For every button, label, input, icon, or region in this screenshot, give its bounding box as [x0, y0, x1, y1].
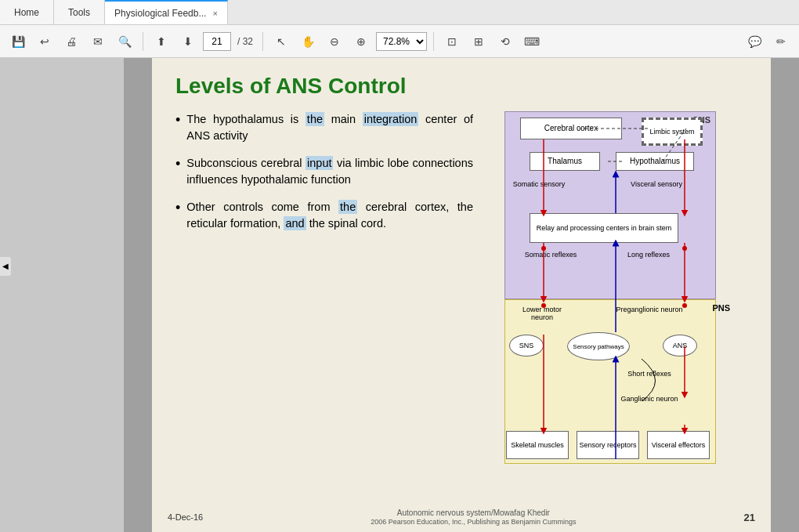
content-area: • The hypothalamus is the main integrati… [175, 111, 747, 464]
tab-active-label: Physiological Feedb... [114, 8, 206, 19]
bullet-item-1: • The hypothalamus is the main integrati… [175, 111, 473, 144]
bullet-section: • The hypothalamus is the main integrati… [175, 111, 473, 464]
hypothalamus-label: Hypothalamus [630, 157, 680, 166]
relay-centers-label: Relay and processing centers in brain st… [537, 224, 672, 233]
ganglionic-label: Ganglionic neuron [614, 395, 685, 423]
somatic-sensory-label: Somatic sensory [512, 180, 566, 208]
thalamus-label: Thalamus [548, 157, 582, 166]
diagram-area: CNS Cerebral cortex Limbic sys [489, 111, 747, 464]
highlight-and: and [284, 216, 306, 230]
slide-title: Levels of ANS Control [175, 74, 747, 99]
fit-width-button[interactable]: ⊞ [467, 30, 490, 53]
page-number: 21 [744, 512, 755, 523]
page-separator: / 32 [237, 36, 253, 47]
main-area: ◀ Levels of ANS Control • The hypothalam… [0, 58, 799, 532]
limbic-system-label: Limbic system [649, 128, 694, 136]
bullet-item-3: • Other controls come from the cerebral … [175, 199, 473, 232]
prev-page-button[interactable]: ⬆ [150, 30, 173, 53]
zoom-in-button[interactable]: ⊕ [349, 30, 373, 53]
visceral-effectors-box: Visceral effectors [647, 431, 710, 459]
zoom-out-button[interactable]: ⊖ [323, 30, 346, 53]
thalamus-box: Thalamus [530, 152, 600, 171]
sns-label: SNS [519, 342, 534, 349]
cerebral-cortex-box: Cerebral cortex [520, 118, 622, 139]
cerebral-cortex-label: Cerebral cortex [544, 124, 598, 133]
save-button[interactable]: 💾 [6, 30, 30, 53]
bullet-text-2: Subconscious cerebral input via limbic l… [186, 155, 473, 188]
tab-home-label: Home [14, 7, 39, 18]
somatic-reflexes-label: Somatic reflexes [519, 251, 583, 274]
tab-tools-label: Tools [68, 7, 90, 18]
ans-diagram: CNS Cerebral cortex Limbic sys [489, 111, 732, 464]
fit-page-button[interactable]: ⊡ [440, 30, 464, 53]
lower-motor-label: Lower motor neuron [511, 306, 573, 334]
tab-close-icon[interactable]: × [212, 9, 217, 18]
bullet-item-2: • Subconscious cerebral input via limbic… [175, 155, 473, 188]
pns-label: PNS [712, 303, 730, 313]
sensory-pathways-oval: Sensory pathways [567, 332, 630, 360]
skeletal-muscles-label: Skeletal muscles [511, 441, 564, 450]
print-button[interactable]: 🖨 [60, 30, 83, 53]
bullet-text-3: Other controls come from the cerebral co… [186, 199, 473, 232]
page-input[interactable]: 21 [203, 32, 231, 51]
hypothalamus-box: Hypothalamus [616, 152, 694, 171]
long-reflexes-label: Long reflexes [620, 251, 677, 274]
visceral-effectors-label: Visceral effectors [652, 441, 706, 450]
separator-1 [143, 32, 143, 51]
pan-tool[interactable]: ✋ [296, 30, 320, 53]
tab-tools[interactable]: Tools [54, 0, 105, 24]
toolbar: 💾 ↩ 🖨 ✉ 🔍 ⬆ ⬇ 21 / 32 ↖ ✋ ⊖ ⊕ 72.8% ⊡ ⊞ … [0, 25, 799, 58]
scroll-arrow[interactable]: ◀ [0, 257, 11, 276]
preganglionic-label: Preganglionic neuron [614, 306, 685, 334]
pdf-page: Levels of ANS Control • The hypothalamus… [152, 58, 771, 532]
pen-button[interactable]: ✏ [769, 30, 793, 53]
page-footer: 4-Dec-16 Autonomic nervous system/Mowafa… [168, 508, 755, 526]
ans-label: ANS [673, 342, 688, 349]
skeletal-muscles-box: Skeletal muscles [506, 431, 569, 459]
sensory-receptors-box: Sensory receptors [577, 431, 639, 459]
back-button[interactable]: ↩ [33, 30, 56, 53]
zoom-select[interactable]: 72.8% [376, 32, 427, 51]
email-button[interactable]: ✉ [86, 30, 110, 53]
bullet-text-1: The hypothalamus is the main integration… [186, 111, 473, 144]
separator-2 [262, 32, 263, 51]
visceral-sensory-label: Visceral sensory [630, 180, 683, 208]
highlight-the: the [306, 112, 324, 126]
sidebar-left: ◀ [0, 58, 124, 532]
highlight-integration: integration [363, 112, 419, 126]
search-button[interactable]: 🔍 [113, 30, 136, 53]
tab-active[interactable]: Physiological Feedb... × [105, 0, 228, 24]
sns-oval: SNS [509, 335, 544, 356]
tab-bar: Home Tools Physiological Feedb... × [0, 0, 799, 25]
bullet-dot-3: • [175, 197, 180, 218]
tab-home[interactable]: Home [0, 0, 54, 24]
footer-text: Autonomic nervous system/Mowafag Khedir … [371, 508, 576, 526]
bullet-dot-1: • [175, 110, 180, 130]
page-area: Levels of ANS Control • The hypothalamus… [124, 58, 799, 532]
short-reflexes-label: Short reflexes [618, 370, 681, 390]
comment-button[interactable]: 💬 [743, 30, 766, 53]
separator-3 [433, 32, 434, 51]
highlight-input: input [306, 156, 333, 170]
rotate-button[interactable]: ⟲ [494, 30, 517, 53]
ans-oval: ANS [663, 335, 697, 356]
relay-centers-box: Relay and processing centers in brain st… [530, 213, 678, 243]
limbic-system-box: Limbic system [642, 118, 703, 146]
date-label: 4-Dec-16 [168, 512, 203, 522]
bullet-dot-2: • [175, 154, 180, 174]
sensory-receptors-label: Sensory receptors [579, 441, 636, 450]
highlight-the2: the [338, 200, 357, 214]
next-page-button[interactable]: ⬇ [176, 30, 200, 53]
page-content: Levels of ANS Control • The hypothalamus… [152, 58, 771, 480]
select-tool[interactable]: ↖ [269, 30, 293, 53]
tools-button[interactable]: ⌨ [520, 30, 544, 53]
sensory-pathways-label: Sensory pathways [573, 343, 624, 350]
